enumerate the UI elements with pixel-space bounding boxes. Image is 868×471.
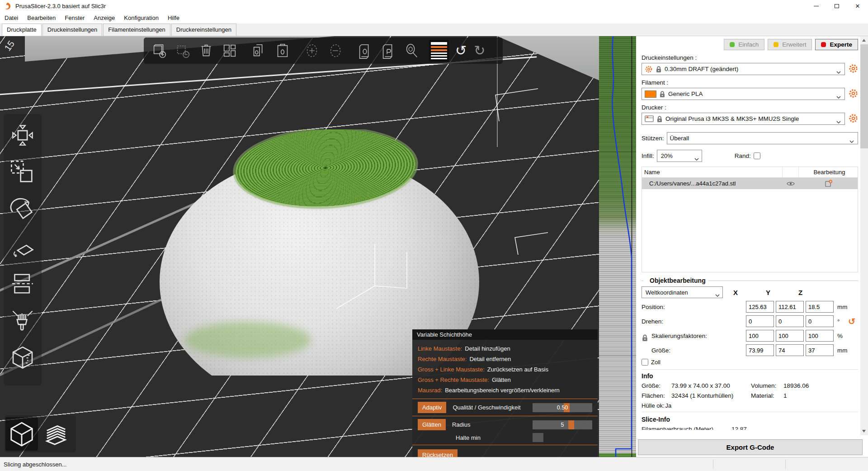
rotate-y-field[interactable] bbox=[776, 315, 804, 327]
object-list-row[interactable]: C:/Users/vanes/...a44a1c27ad.stl bbox=[642, 178, 858, 189]
size-label: Größe: bbox=[642, 347, 746, 354]
infill-combo[interactable]: 20% bbox=[657, 150, 702, 162]
column-header-edit[interactable]: Bearbeitung bbox=[799, 167, 858, 177]
supports-combo[interactable]: Überall bbox=[667, 132, 858, 144]
menu-anzeige[interactable]: Anzeige bbox=[89, 13, 119, 23]
tab-druckplatte[interactable]: Druckplatte bbox=[2, 24, 42, 36]
sidebar-scrollbar[interactable] bbox=[860, 36, 868, 435]
cut-tool-icon[interactable] bbox=[8, 265, 37, 302]
place-on-face-tool-icon[interactable] bbox=[8, 228, 37, 265]
copy-icon[interactable] bbox=[249, 40, 269, 61]
slice-info-section: Slice-Info Filamentverbrauch (Meter) 12.… bbox=[642, 416, 858, 430]
adaptive-button[interactable]: Adaptiv bbox=[418, 402, 446, 413]
layer-height-strip[interactable] bbox=[599, 36, 636, 457]
seam-tool-icon[interactable] bbox=[8, 339, 37, 376]
status-message: Slicing abgeschlossen... bbox=[4, 461, 66, 468]
add-instance-icon[interactable] bbox=[302, 40, 322, 61]
adaptive-label: Qualität / Geschwindigkeit bbox=[453, 404, 533, 411]
add-object-icon[interactable] bbox=[149, 40, 170, 61]
scroll-up-icon[interactable] bbox=[862, 39, 866, 42]
split-parts-icon[interactable] bbox=[378, 40, 399, 61]
preview-view-icon[interactable] bbox=[40, 417, 72, 451]
axis-z-header: Z bbox=[798, 289, 802, 296]
printer-combo[interactable]: Original Prusa i3 MK3S & MK3S+ MMU2S Sin… bbox=[642, 113, 845, 125]
rotate-x-field[interactable] bbox=[746, 315, 774, 327]
remove-instance-icon[interactable] bbox=[325, 40, 346, 61]
undo-icon[interactable]: ↺ bbox=[452, 44, 470, 57]
scrollbar-thumb[interactable] bbox=[860, 44, 868, 148]
redo-icon[interactable]: ↻ bbox=[470, 44, 489, 57]
size-x-field[interactable] bbox=[746, 344, 774, 356]
coordinate-system-combo[interactable]: Weltkoordinaten bbox=[642, 286, 723, 298]
rotate-z-field[interactable] bbox=[806, 315, 834, 327]
keep-min-slider[interactable] bbox=[533, 433, 543, 442]
position-x-field[interactable] bbox=[746, 301, 774, 313]
paint-supports-tool-icon[interactable] bbox=[8, 302, 37, 339]
maximize-icon[interactable] bbox=[826, 0, 847, 12]
filament-color-swatch bbox=[645, 90, 656, 98]
3d-viewport[interactable]: 15 ↺ ↻ bbox=[0, 36, 636, 457]
close-icon[interactable]: ✕ bbox=[847, 0, 868, 12]
axis-y-header: Y bbox=[766, 289, 770, 296]
menu-konfiguration[interactable]: Konfiguration bbox=[119, 13, 163, 23]
size-z-field[interactable] bbox=[806, 344, 834, 356]
scroll-down-icon[interactable] bbox=[862, 430, 866, 433]
app-logo bbox=[5, 2, 11, 10]
scale-label: Skalierungsfaktoren: bbox=[642, 333, 746, 339]
tab-filamenteinstellungen[interactable]: Filamenteinstellungen bbox=[103, 24, 170, 36]
column-header-name[interactable]: Name bbox=[642, 167, 783, 177]
vlh-hint-action: Bearbeitungsbereich vergrößern/verkleine… bbox=[445, 387, 560, 394]
slice-info-title: Slice-Info bbox=[642, 416, 858, 423]
menu-fenster[interactable]: Fenster bbox=[60, 13, 89, 23]
brim-checkbox[interactable] bbox=[754, 152, 760, 159]
mode-expert-button[interactable]: Experte bbox=[815, 39, 858, 50]
delete-all-icon[interactable] bbox=[196, 40, 217, 61]
variable-layer-height-icon[interactable] bbox=[429, 40, 449, 62]
vlh-panel-title: Variable Schichthöhe bbox=[412, 329, 598, 340]
edit-filament-gear-icon[interactable] bbox=[849, 89, 858, 100]
arrange-icon[interactable] bbox=[219, 40, 240, 61]
scale-y-field[interactable] bbox=[776, 330, 804, 342]
scale-tool-icon[interactable] bbox=[8, 154, 37, 191]
coordinate-system-value: Weltkoordinaten bbox=[646, 289, 688, 296]
smooth-button[interactable]: Glätten bbox=[418, 419, 446, 430]
3d-view-icon[interactable] bbox=[5, 417, 38, 451]
edit-object-icon[interactable] bbox=[799, 180, 858, 187]
edit-printer-gear-icon[interactable] bbox=[849, 114, 858, 124]
adaptive-quality-slider[interactable]: 0.50 bbox=[533, 403, 592, 412]
inches-checkbox[interactable] bbox=[642, 359, 648, 366]
paste-icon[interactable] bbox=[272, 40, 293, 61]
eye-icon[interactable] bbox=[783, 181, 799, 186]
size-y-field[interactable] bbox=[776, 344, 804, 356]
rotate-tool-icon[interactable] bbox=[8, 191, 37, 228]
edit-print-settings-gear-icon[interactable] bbox=[849, 64, 858, 75]
scale-x-field[interactable] bbox=[746, 330, 774, 342]
filament-label: Filament : bbox=[642, 79, 858, 86]
split-objects-icon[interactable] bbox=[354, 40, 375, 61]
reset-button[interactable]: Rücksetzen bbox=[418, 449, 458, 457]
menu-bearbeiten[interactable]: Bearbeiten bbox=[23, 13, 60, 23]
window-title: PrusaSlicer-2.3.0 basiert auf Slic3r bbox=[15, 3, 106, 10]
reset-rotation-icon[interactable]: ↺ bbox=[848, 317, 858, 326]
remove-object-icon[interactable] bbox=[172, 40, 193, 61]
mode-simple-button[interactable]: Einfach bbox=[724, 39, 764, 50]
mode-advanced-button[interactable]: Erweitert bbox=[768, 39, 812, 50]
move-tool-icon[interactable] bbox=[8, 117, 37, 154]
scale-z-field[interactable] bbox=[806, 330, 834, 342]
tab-druckereinstellungen[interactable]: Druckereinstellungen bbox=[171, 24, 236, 36]
position-y-field[interactable] bbox=[776, 301, 804, 313]
tab-druckeinstellungen[interactable]: Druckeinstellungen bbox=[42, 24, 103, 36]
search-icon[interactable] bbox=[401, 40, 422, 61]
uniform-scale-lock-icon[interactable] bbox=[642, 334, 648, 343]
vlh-hint-key: Linke Maustaste: bbox=[418, 345, 462, 352]
print-settings-combo[interactable]: 0.30mm DRAFT (geändert) bbox=[642, 63, 845, 75]
printer-icon bbox=[645, 115, 654, 123]
menu-hilfe[interactable]: Hilfe bbox=[163, 13, 184, 23]
export-gcode-button[interactable]: Export G-Code bbox=[638, 439, 863, 455]
menu-datei[interactable]: Datei bbox=[0, 13, 23, 23]
minimize-icon[interactable] bbox=[806, 0, 826, 12]
smooth-radius-slider[interactable]: 5 bbox=[533, 420, 592, 429]
filament-combo[interactable]: Generic PLA bbox=[642, 88, 845, 100]
layer-height-curve bbox=[599, 36, 636, 457]
position-z-field[interactable] bbox=[806, 301, 834, 313]
